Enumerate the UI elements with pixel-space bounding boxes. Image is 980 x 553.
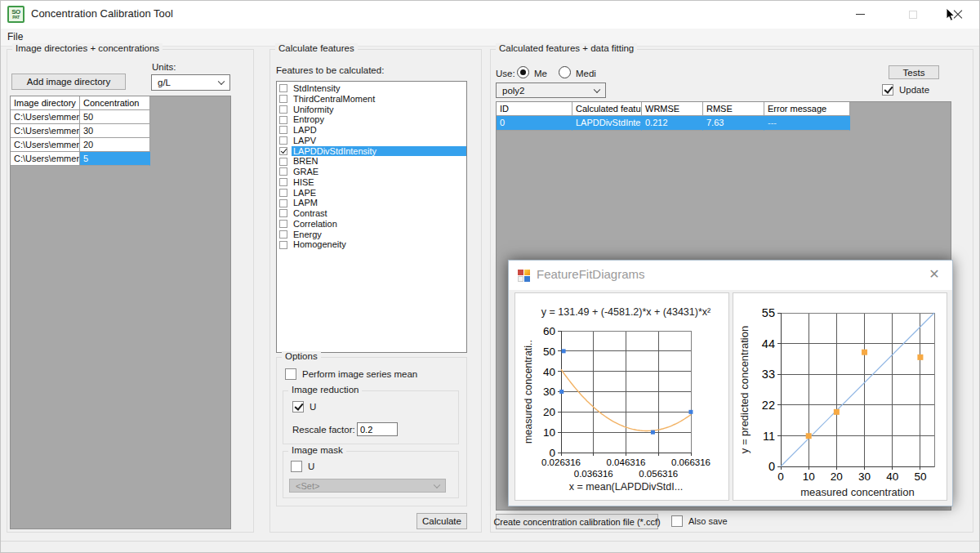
table-cell[interactable]: Image directory [11, 96, 80, 110]
results-row[interactable]: 0LAPDDivStdInte...0.2127.63--- [497, 116, 951, 131]
image-mask-value: <Set> [296, 481, 319, 491]
svg-text:measured concentrati..: measured concentrati.. [523, 340, 534, 444]
feature-checkbox[interactable] [279, 84, 287, 92]
table-cell[interactable]: 5 [80, 152, 150, 166]
svg-text:50: 50 [914, 470, 926, 483]
results-header-cell[interactable]: Error message [764, 102, 850, 116]
svg-text:0: 0 [768, 460, 775, 473]
results-cell[interactable]: 0 [497, 116, 572, 131]
results-header-cell[interactable]: ID [497, 102, 572, 116]
svg-text:0.056316: 0.056316 [639, 469, 678, 479]
table-cell[interactable]: C:\Users\emmeri... [11, 152, 80, 166]
feature-list-item[interactable]: LAPDDivStdIntensity [277, 146, 466, 157]
image-mask-u-checkbox[interactable] [291, 461, 302, 472]
image-reduction-u-label: U [310, 402, 316, 412]
create-ccf-button[interactable]: Create concentration calibration file (*… [496, 514, 658, 529]
feature-list-item[interactable]: ThirdCentralMoment [277, 94, 466, 105]
svg-text:y = predicted concentration: y = predicted concentration [738, 326, 751, 453]
feature-list-item[interactable]: LAPE [277, 188, 466, 198]
close-button[interactable] [939, 0, 977, 29]
feature-list-item[interactable]: LAPV [277, 136, 466, 146]
feature-list-item[interactable]: Uniformity [277, 105, 466, 115]
minimize-button[interactable] [841, 0, 879, 29]
feature-list-item[interactable]: Homogeneity [277, 239, 466, 250]
svg-text:55: 55 [762, 306, 775, 319]
feature-list-item[interactable]: Correlation [277, 219, 466, 230]
series-mean-checkbox[interactable] [285, 368, 296, 380]
feature-list-item[interactable]: Contrast [277, 208, 466, 219]
svg-text:44: 44 [762, 337, 775, 350]
feature-checkbox[interactable] [279, 189, 287, 197]
features-list-label: Features to be calculated: [276, 65, 384, 75]
svg-text:0.036316: 0.036316 [574, 469, 613, 479]
rescale-factor-input[interactable] [357, 422, 398, 436]
feature-label: ThirdCentralMoment [292, 94, 466, 105]
add-image-directory-button[interactable]: Add image directory [11, 74, 126, 90]
results-header-cell[interactable]: Calculated feature [572, 102, 642, 116]
feature-list-item[interactable]: BREN [277, 156, 466, 167]
image-mask-combo[interactable]: <Set> [289, 479, 446, 493]
svg-text:10: 10 [543, 426, 555, 439]
features-listbox[interactable]: StdIntensityThirdCentralMomentUniformity… [276, 81, 467, 353]
also-save-checkbox[interactable] [671, 515, 683, 527]
image-reduction-u-checkbox[interactable] [292, 401, 304, 413]
results-cell[interactable]: 7.63 [703, 116, 764, 131]
fit-window-titlebar[interactable]: FeatureFitDiagrams ✕ [509, 261, 952, 290]
feature-checkbox[interactable] [279, 220, 287, 228]
feature-label: Uniformity [292, 105, 466, 115]
svg-text:20: 20 [543, 406, 555, 418]
feature-list-item[interactable]: Energy [277, 230, 466, 240]
feature-list-item[interactable]: LAPD [277, 125, 466, 136]
table-cell[interactable]: 50 [80, 110, 150, 124]
update-checkbox[interactable] [882, 84, 893, 96]
feature-checkbox[interactable] [279, 199, 287, 207]
feature-checkbox[interactable] [279, 178, 287, 186]
results-header-cell[interactable]: RMSE [703, 102, 764, 116]
feature-checkbox[interactable] [279, 158, 287, 166]
feature-checkbox[interactable] [279, 116, 287, 124]
feature-checkbox[interactable] [279, 105, 287, 114]
results-cell[interactable]: 0.212 [642, 116, 703, 131]
directories-table[interactable]: Image directoryConcentrationC:\Users\emm… [10, 96, 231, 529]
menu-file[interactable]: File [0, 29, 30, 45]
chevron-down-icon [594, 86, 600, 92]
results-header-cell[interactable]: WRMSE [642, 102, 703, 116]
minimize-icon [856, 14, 865, 15]
fit-type-combo[interactable]: poly2 [496, 83, 606, 98]
results-cell[interactable]: --- [764, 116, 850, 131]
feature-list-item[interactable]: GRAE [277, 167, 466, 177]
title-bar[interactable]: SO PAT Concentration Calibration Tool [0, 0, 980, 29]
table-cell[interactable]: C:\Users\emmeri... [11, 138, 80, 152]
units-combo[interactable]: g/L [151, 74, 230, 91]
feature-fit-diagrams-window: FeatureFitDiagrams ✕ 01020304050600.0263… [508, 260, 953, 506]
fit-window-close-icon[interactable]: ✕ [927, 267, 942, 282]
svg-text:22: 22 [762, 399, 775, 412]
feature-list-item[interactable]: Entropy [277, 114, 466, 125]
results-cell[interactable]: LAPDDivStdInte... [572, 116, 642, 131]
feature-list-item[interactable]: StdIntensity [277, 83, 466, 94]
radio-medi[interactable] [559, 66, 571, 78]
radio-me[interactable] [517, 66, 529, 78]
feature-checkbox[interactable] [279, 147, 287, 155]
svg-text:10: 10 [803, 470, 815, 483]
feature-checkbox[interactable] [279, 167, 287, 176]
feature-checkbox[interactable] [279, 126, 287, 134]
svg-text:40: 40 [543, 366, 555, 378]
table-cell[interactable]: 30 [80, 124, 150, 138]
feature-list-item[interactable]: LAPM [277, 198, 466, 208]
image-mask-u-label: U [308, 462, 314, 471]
calculate-button[interactable]: Calculate [416, 513, 467, 529]
feature-list-item[interactable]: HISE [277, 177, 466, 188]
feature-checkbox[interactable] [279, 241, 287, 249]
maximize-button[interactable] [894, 0, 932, 29]
svg-text:11: 11 [763, 430, 775, 443]
feature-checkbox[interactable] [279, 95, 287, 103]
table-cell[interactable]: Concentration [80, 96, 150, 110]
feature-checkbox[interactable] [279, 136, 287, 145]
feature-checkbox[interactable] [279, 209, 287, 217]
tests-button[interactable]: Tests [889, 65, 939, 79]
table-cell[interactable]: C:\Users\emmeri... [11, 110, 80, 124]
table-cell[interactable]: C:\Users\emmeri... [11, 124, 80, 138]
table-cell[interactable]: 20 [80, 138, 150, 152]
feature-checkbox[interactable] [279, 230, 287, 239]
